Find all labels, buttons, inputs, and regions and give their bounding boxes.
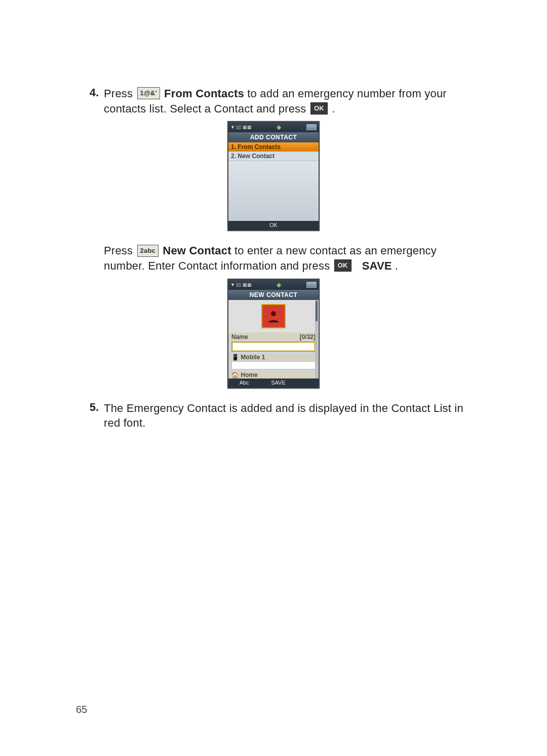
phone-title: ADD CONTACT (228, 132, 319, 142)
menu-item-new-contact: 2. New Contact (228, 152, 319, 161)
text: Press (104, 244, 136, 257)
battery-icon (306, 124, 317, 130)
phone-title: NEW CONTACT (228, 290, 319, 300)
key-2-icon: 2abc (137, 245, 159, 257)
ok-key-icon: OK (310, 102, 328, 115)
softkey-center: OK (269, 222, 278, 229)
softkey-left: Abc (240, 380, 249, 387)
svg-point-0 (271, 311, 276, 316)
step-number: 5. (76, 401, 104, 414)
phone-softkeys: Abc SAVE (228, 379, 319, 388)
step-4b: Press 2abc New Contact to enter a new co… (76, 243, 471, 273)
manual-page: 4. Press 1@&' From Contacts to add an em… (0, 0, 547, 756)
save-label: SAVE (362, 259, 392, 272)
text: . (395, 259, 398, 272)
phone-empty-area (228, 161, 319, 221)
step-5-body: The Emergency Contact is added and is di… (104, 401, 471, 431)
text: . (332, 102, 335, 115)
step-4: 4. Press 1@&' From Contacts to add an em… (76, 86, 471, 116)
step-number: 4. (76, 86, 104, 99)
mobile-label: 📱 Mobile 1 (228, 354, 319, 361)
avatar-row (228, 300, 319, 332)
scrollbar (315, 300, 318, 379)
status-dot-icon: ◆ (277, 124, 281, 131)
phone-screenshot-new-contact: ▼ ▯▯ ▦▦ ◆ NEW CONTACT Name [0/32] 📱 Mobi… (76, 279, 471, 389)
phone-screenshot-add-contact: ▼ ▯▯ ▦▦ ◆ ADD CONTACT 1. From Contacts 2… (76, 121, 471, 231)
phone-status-bar: ▼ ▯▯ ▦▦ ◆ (228, 122, 319, 132)
phone-frame: ▼ ▯▯ ▦▦ ◆ NEW CONTACT Name [0/32] 📱 Mobi… (227, 279, 320, 389)
mobile-input (231, 361, 316, 369)
phone-frame: ▼ ▯▯ ▦▦ ◆ ADD CONTACT 1. From Contacts 2… (227, 121, 320, 231)
home-label-text: Home (241, 371, 257, 379)
new-contact-label: New Contact (163, 244, 231, 257)
battery-icon (306, 282, 317, 288)
step-4b-body: Press 2abc New Contact to enter a new co… (104, 243, 471, 273)
ok-key-icon: OK (334, 259, 351, 272)
phone-content: Name [0/32] 📱 Mobile 1 🏠 Home (228, 300, 319, 379)
mobile-label-text: Mobile 1 (241, 354, 265, 361)
avatar-icon (261, 304, 286, 328)
signal-icon: ▼ ▯▯ ▦▦ (230, 125, 252, 130)
text: Press (104, 87, 136, 100)
name-input (231, 342, 316, 352)
status-dot-icon: ◆ (277, 281, 281, 288)
phone-status-bar: ▼ ▯▯ ▦▦ ◆ (228, 280, 319, 290)
from-contacts-label: From Contacts (164, 87, 244, 100)
menu-item-from-contacts: 1. From Contacts (228, 142, 319, 152)
name-label-row: Name [0/32] (228, 332, 319, 341)
signal-icon: ▼ ▯▯ ▦▦ (230, 282, 252, 287)
name-counter: [0/32] (300, 333, 316, 341)
key-1-icon: 1@&' (137, 87, 160, 99)
page-number: 65 (76, 704, 87, 715)
phone-softkeys: OK (228, 221, 319, 230)
name-label: Name (231, 333, 248, 341)
step-5: 5. The Emergency Contact is added and is… (76, 401, 471, 431)
step-4-body: Press 1@&' From Contacts to add an emerg… (104, 86, 471, 116)
home-label: 🏠 Home (228, 371, 319, 379)
softkey-center: SAVE (271, 380, 286, 387)
